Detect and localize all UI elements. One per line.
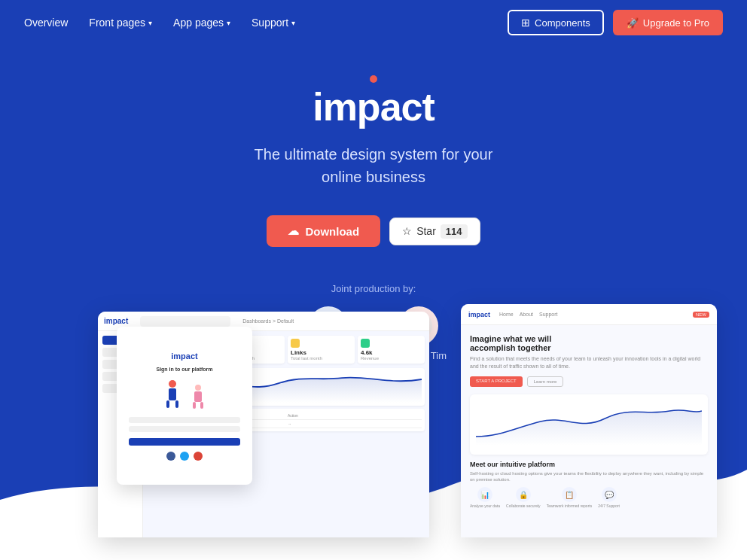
rss-chart-area [470, 394, 708, 455]
action-row: ☁ Download ☆ Star 114 [267, 215, 480, 247]
svg-rect-7 [175, 400, 178, 408]
grid-icon: ⊞ [521, 17, 530, 29]
google-icon [194, 452, 203, 461]
chevron-down-icon: ▾ [148, 19, 152, 27]
star-button[interactable]: ☆ Star 114 [389, 218, 480, 245]
download-button[interactable]: ☁ Download [267, 215, 380, 247]
meet-platform-sub: Self-hosting or cloud hosting options gi… [470, 470, 708, 483]
nav-label: Dashboards > Default [242, 318, 294, 324]
production-label: Joint production by: [331, 283, 416, 294]
stat-card-4: 4.6k Revenue [358, 336, 425, 364]
feature-icons-row: 📊 Analyse your data 🔒 Collaborate secure… [470, 487, 708, 508]
rss-badge: NEW [693, 312, 709, 318]
hero-tagline: The ultimate design system for your onli… [255, 143, 493, 188]
card-icon-4 [361, 339, 370, 348]
twitter-icon [180, 452, 189, 461]
reports-icon: 📋 [562, 487, 577, 502]
svg-point-8 [195, 385, 201, 391]
stat-label-4: Revenue [361, 356, 422, 361]
search-box [140, 316, 230, 327]
rss-outline-btn: Learn more [527, 376, 564, 387]
feature-support: 💬 24/7 Support [598, 487, 620, 508]
star-count: 114 [441, 224, 468, 239]
login-input-password [129, 426, 240, 432]
card-icon-3 [291, 339, 300, 348]
stat-label-3: Total last month [291, 356, 352, 361]
login-card: impact Sign in to our platform [117, 327, 252, 485]
navbar: Overview Front pages ▾ App pages ▾ Suppo… [0, 0, 747, 45]
feature-reports: 📋 Teamwork informed reports [547, 487, 593, 508]
nav-item-overview[interactable]: Overview [24, 17, 68, 29]
analyse-icon: 📊 [477, 487, 492, 502]
download-icon: ☁ [288, 224, 299, 238]
logo-text: impact [313, 84, 434, 129]
nav-item-support[interactable]: Support ▾ [252, 17, 295, 29]
rss-body: Imagine what we willaccomplish together … [461, 325, 717, 537]
login-title: Sign in to our platform [156, 367, 212, 372]
svg-rect-9 [194, 391, 202, 402]
rss-primary-btn: START A PROJECT [470, 376, 523, 387]
login-logo: impact [171, 352, 197, 361]
dash-logo: impact [104, 317, 128, 325]
rss-subtitle: Find a solution that meets the needs of … [470, 355, 708, 370]
svg-point-4 [169, 380, 176, 388]
screenshot-right-container: impact Home About Support NEW Imagine wh… [461, 304, 717, 537]
right-screenshot: impact Home About Support NEW Imagine wh… [461, 304, 717, 537]
login-submit-btn [129, 438, 240, 446]
svg-rect-6 [166, 400, 169, 408]
logo-area: impact [313, 75, 434, 129]
rss-header: impact Home About Support NEW [461, 304, 717, 325]
rss-logo-text: impact [468, 311, 490, 318]
svg-rect-10 [193, 402, 196, 409]
facebook-icon [166, 452, 175, 461]
stat-num-3: Links [291, 349, 352, 356]
social-icons [166, 452, 203, 461]
svg-rect-5 [169, 388, 176, 400]
stat-num-4: 4.6k [361, 349, 422, 356]
person-figure-1 [162, 378, 183, 411]
hero-section: Overview Front pages ▾ App pages ▾ Suppo… [0, 0, 747, 560]
rocket-icon: 🚀 [627, 17, 639, 29]
feature-collaborate: 🔒 Collaborate securely [506, 487, 541, 508]
feature-analyse: 📊 Analyse your data [470, 487, 500, 508]
upgrade-button[interactable]: 🚀 Upgrade to Pro [613, 10, 723, 35]
stat-card-3: Links Total last month [288, 336, 355, 364]
collaborate-icon: 🔒 [516, 487, 531, 502]
login-input-email [129, 417, 240, 423]
support-icon: 💬 [602, 487, 617, 502]
meet-platform-title: Meet our intuitive platform [470, 461, 708, 468]
nav-item-apppages[interactable]: App pages ▾ [173, 17, 230, 29]
nav-right: ⊞ Components 🚀 Upgrade to Pro [508, 10, 723, 35]
screenshots-area: impact Dashboards > Default [0, 304, 747, 560]
login-screenshot: impact Sign in to our platform [117, 327, 252, 485]
chevron-down-icon: ▾ [291, 19, 295, 27]
chevron-down-icon: ▾ [227, 19, 230, 27]
rss-title: Imagine what we willaccomplish together [470, 334, 708, 352]
components-button[interactable]: ⊞ Components [508, 10, 604, 35]
rss-btn-row: START A PROJECT Learn more [470, 376, 708, 387]
nav-left: Overview Front pages ▾ App pages ▾ Suppo… [24, 17, 295, 29]
logo-dot [370, 75, 377, 83]
rss-nav: Home About Support [499, 312, 558, 317]
login-figures [162, 378, 207, 411]
nav-item-frontpages[interactable]: Front pages ▾ [89, 17, 152, 29]
person-figure-2 [189, 382, 207, 411]
star-icon: ☆ [402, 225, 412, 237]
svg-rect-11 [200, 402, 203, 409]
